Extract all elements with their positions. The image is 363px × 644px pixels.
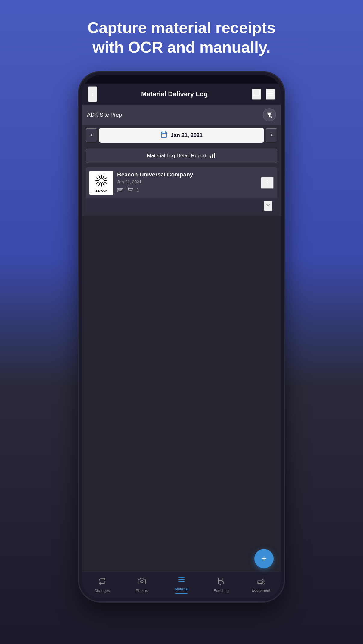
nav-bar: ‹ Material Delivery Log [82, 84, 281, 105]
chat-icon-button[interactable] [252, 89, 261, 100]
back-button[interactable]: ‹ [88, 86, 97, 102]
delivery-icons-row: 1 [117, 187, 257, 194]
photos-icon [138, 577, 146, 587]
phone-notch [151, 75, 212, 84]
tab-item-fuel-log[interactable]: Fuel Log [201, 575, 241, 595]
svg-rect-9 [210, 155, 211, 158]
keyboard-icon [117, 187, 123, 194]
tab-item-photos[interactable]: Photos [122, 575, 162, 595]
tab-item-equipment[interactable]: Equipment [241, 575, 281, 595]
delivery-expand-button[interactable] [264, 201, 272, 211]
delivery-more-button[interactable]: ⋮ [261, 177, 274, 189]
tab-item-changes[interactable]: Changes [82, 575, 122, 595]
current-date: Jan 21, 2021 [171, 132, 203, 139]
content-area [82, 216, 281, 571]
date-display[interactable]: Jan 21, 2021 [99, 128, 264, 143]
report-button-label: Material Log Detail Report [147, 153, 206, 159]
svg-point-35 [132, 192, 132, 192]
svg-point-34 [129, 192, 129, 192]
svg-rect-5 [161, 132, 167, 137]
screen-title: Material Delivery Log [97, 90, 252, 98]
tab-photos-label: Photos [136, 588, 148, 593]
calendar-icon [160, 131, 168, 140]
page-heading: Capture material receipts with OCR and m… [64, 0, 299, 72]
report-chart-icon [209, 152, 216, 160]
tab-fuel-log-label: Fuel Log [214, 588, 229, 593]
material-icon [178, 576, 185, 586]
date-prev-button[interactable] [86, 128, 97, 143]
fab-button[interactable]: + [254, 549, 274, 568]
tab-active-indicator [175, 593, 188, 594]
cart-icon [127, 187, 133, 194]
delivery-logo: BEACON [89, 171, 113, 195]
filter-button[interactable] [263, 108, 276, 121]
menu-icon-button[interactable] [266, 89, 275, 100]
delivery-card: BEACON Beacon-Universal Company Jan 21, … [86, 167, 277, 213]
fab-icon: + [261, 554, 267, 563]
nav-actions [252, 89, 275, 100]
svg-rect-11 [214, 153, 215, 158]
date-next-button[interactable] [266, 128, 277, 143]
svg-point-36 [141, 580, 143, 583]
project-filter-row: ADK Site Prep [82, 105, 281, 125]
delivery-company-name: Beacon-Universal Company [117, 171, 257, 178]
svg-rect-26 [117, 188, 123, 192]
tab-material-label: Material [175, 587, 188, 591]
delivery-date: Jan 21, 2021 [117, 179, 257, 184]
tab-changes-label: Changes [94, 588, 110, 593]
tab-item-material[interactable]: Material [162, 573, 201, 596]
report-button[interactable]: Material Log Detail Report [86, 149, 277, 163]
cart-count: 1 [136, 188, 139, 193]
svg-point-45 [263, 583, 264, 584]
equipment-icon [257, 578, 265, 587]
svg-text:BEACON: BEACON [95, 189, 107, 192]
project-name: ADK Site Prep [87, 112, 122, 118]
delivery-card-header: BEACON Beacon-Universal Company Jan 21, … [86, 167, 277, 198]
fuel-log-icon [217, 577, 225, 587]
phone-mockup: ‹ Material Delivery Log [79, 72, 284, 601]
svg-rect-10 [212, 154, 213, 158]
bottom-tab-bar: Changes Photos [82, 571, 281, 598]
date-nav-row: Jan 21, 2021 [82, 125, 281, 146]
tab-equipment-label: Equipment [252, 588, 270, 593]
changes-icon [98, 577, 106, 587]
phone-screen: ‹ Material Delivery Log [82, 84, 281, 598]
delivery-info: Beacon-Universal Company Jan 21, 2021 [117, 171, 257, 194]
delivery-card-footer [86, 198, 277, 213]
